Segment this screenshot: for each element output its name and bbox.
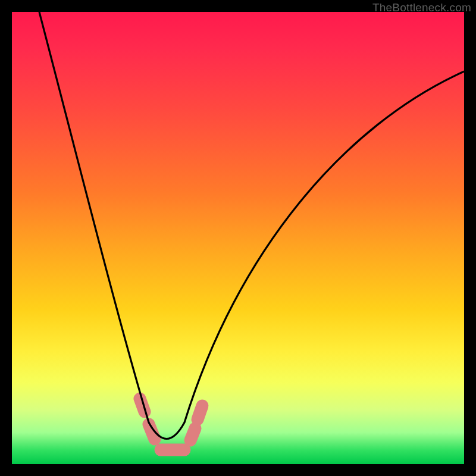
- watermark-text: TheBottleneck.com: [372, 1, 471, 14]
- svg-line-3: [190, 428, 195, 440]
- bottleneck-curve: [39, 12, 464, 439]
- plot-area: [12, 12, 464, 464]
- chart-svg: [12, 12, 464, 464]
- svg-line-4: [198, 406, 202, 419]
- chart-frame: TheBottleneck.com: [0, 0, 476, 476]
